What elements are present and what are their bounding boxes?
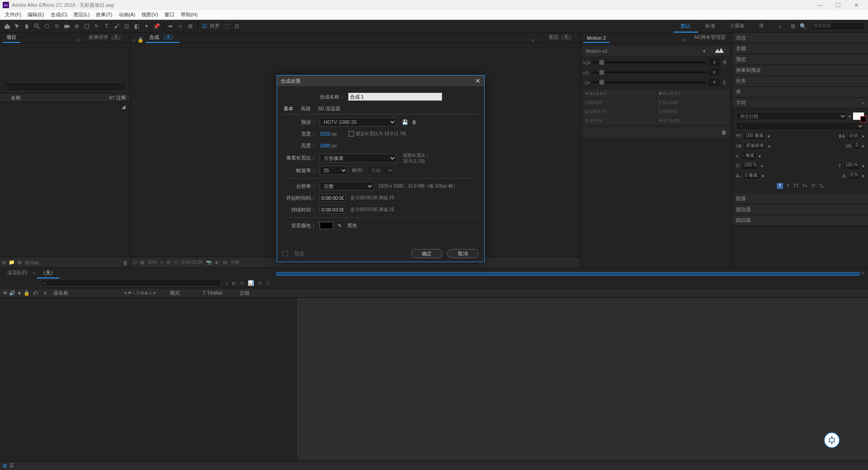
type-tool[interactable]: T: [102, 22, 111, 31]
superscript-button[interactable]: T¹: [811, 183, 815, 188]
font-size[interactable]: 100 像素: [743, 132, 765, 140]
menu-animation[interactable]: 动画(A): [116, 11, 139, 18]
panel-info[interactable]: 信息: [732, 33, 868, 43]
maximize-button[interactable]: ☐: [829, 0, 847, 10]
spin-button[interactable]: ↻ SPIN: [583, 117, 656, 125]
timeline-tracks[interactable]: [297, 298, 868, 461]
panel-paragraph[interactable]: 段落: [732, 193, 868, 204]
width-value[interactable]: 1920: [320, 131, 330, 136]
new-comp-icon[interactable]: ⊞: [18, 259, 22, 265]
brain-icon[interactable]: ☰: [265, 280, 270, 286]
col-note[interactable]: 注释: [116, 94, 126, 101]
tsume[interactable]: 0 %: [848, 172, 860, 180]
trash-icon[interactable]: 🗑: [123, 260, 128, 265]
col-eye-icon[interactable]: 👁: [2, 290, 8, 296]
bpc-button[interactable]: 32 bpc: [24, 260, 39, 265]
viewer-shutter-icon[interactable]: ◐: [215, 260, 219, 265]
fps-select[interactable]: 25: [320, 166, 348, 175]
cancel-button[interactable]: 取消: [447, 249, 479, 258]
col-trkmat[interactable]: T TrkMat: [203, 290, 239, 296]
dialog-tab-basic[interactable]: 基本: [283, 105, 293, 112]
panel-library[interactable]: 库: [732, 87, 868, 98]
orbit-button[interactable]: ◎ ORBIT: [583, 108, 656, 116]
tab-composition[interactable]: 合成 （无）: [146, 33, 179, 43]
tab-script-manager[interactable]: AE脚本管理器: [690, 33, 729, 43]
tab-project[interactable]: 项目: [3, 33, 20, 43]
timeline-search[interactable]: ⌕: [41, 279, 222, 287]
viewer-zoom-icon[interactable]: ⊡: [133, 260, 137, 265]
tab-close-icon[interactable]: ×: [33, 270, 35, 276]
res-select[interactable]: 完整: [320, 182, 374, 191]
snap-checkbox[interactable]: ☑: [200, 22, 209, 31]
tag-icon[interactable]: 🏷: [109, 95, 116, 100]
tracking[interactable]: 0: [853, 142, 860, 150]
menu-help[interactable]: 帮助(H): [178, 11, 201, 18]
font-family-select[interactable]: 华文行楷: [736, 112, 847, 120]
viewer-timecode[interactable]: 0:00:00:00: [181, 260, 203, 265]
start-tc-input[interactable]: [320, 194, 346, 202]
view-axis-icon[interactable]: ⊞: [186, 22, 195, 31]
minimize-button[interactable]: —: [811, 0, 829, 10]
work-area-bar[interactable]: [276, 272, 860, 276]
rope-button[interactable]: ∿ ROPE: [657, 108, 730, 116]
timeline-layers[interactable]: [0, 298, 297, 461]
project-body[interactable]: ◢: [0, 102, 130, 238]
col-solo-icon[interactable]: ●: [16, 290, 23, 296]
interpret-icon[interactable]: ⊟: [2, 259, 6, 265]
motion-menu-icon[interactable]: ≡: [682, 38, 685, 43]
roto-tool[interactable]: ✦: [142, 22, 151, 31]
duration-input[interactable]: [320, 206, 346, 214]
preview-checkbox[interactable]: [283, 251, 288, 256]
clone-tool[interactable]: ⊡: [122, 22, 131, 31]
name-button[interactable]: ✎ NAME: [657, 99, 730, 107]
ok-button[interactable]: 确定: [411, 249, 443, 258]
tab-render-queue[interactable]: 渲染队列: [4, 268, 31, 278]
panel-effects[interactable]: 效果和预设: [732, 65, 868, 76]
workspace-reset-icon[interactable]: ⊞: [788, 22, 797, 31]
italic-button[interactable]: T: [787, 183, 789, 188]
baseline[interactable]: 0 像素: [743, 172, 760, 180]
local-axis-icon[interactable]: ⬌: [166, 22, 175, 31]
menu-layer[interactable]: 图层(L): [71, 11, 93, 18]
null-icon[interactable]: ▯: [723, 80, 729, 85]
blend-button[interactable]: ✦ BLEND: [583, 89, 656, 98]
ease-out-icon[interactable]: ◇›: [583, 80, 590, 85]
vscale[interactable]: 100 %: [742, 162, 759, 170]
menu-window[interactable]: 窗口: [161, 11, 178, 18]
puppet-tool[interactable]: 📌: [152, 22, 161, 31]
close-button[interactable]: ✕: [847, 0, 865, 10]
dialog-tab-advanced[interactable]: 高级: [301, 105, 311, 112]
col-parent[interactable]: 父级: [240, 290, 276, 296]
comp-tab-lock-icon[interactable]: 🔒: [137, 37, 144, 43]
selection-tool[interactable]: [13, 22, 22, 31]
allcaps-button[interactable]: TT: [793, 183, 798, 188]
col-index[interactable]: #: [41, 290, 50, 296]
comp-name-input[interactable]: [348, 93, 442, 101]
tab-motion2[interactable]: Motion 2: [583, 34, 609, 43]
comp-tab-menu-icon[interactable]: ≡: [532, 38, 534, 43]
col-label-icon[interactable]: 🏷: [31, 290, 40, 296]
subscript-button[interactable]: T₁: [819, 183, 824, 188]
preset-select[interactable]: HDTV 1080 25: [320, 118, 396, 127]
pan-behind-tool[interactable]: ⊕: [72, 22, 81, 31]
slider-1[interactable]: [593, 61, 706, 63]
bg-color-swatch[interactable]: [320, 222, 333, 229]
workspace-more-icon[interactable]: »: [771, 24, 788, 29]
anchor-icon[interactable]: ⚲: [723, 60, 729, 66]
panel-align[interactable]: 对齐: [732, 76, 868, 87]
col-name[interactable]: 名称: [4, 94, 109, 101]
ease-diamond-icon[interactable]: ‹◇›: [583, 60, 590, 66]
burst-button[interactable]: ✺ BURST: [657, 89, 730, 98]
menu-edit[interactable]: 编辑(E): [24, 11, 47, 18]
hscale[interactable]: 100 %: [843, 162, 860, 170]
viewer-zoom[interactable]: 50%: [148, 260, 157, 265]
ease-in-icon[interactable]: ‹◇: [583, 70, 590, 75]
eyedropper-icon[interactable]: ✎: [338, 223, 342, 229]
world-axis-icon[interactable]: ⊹: [176, 22, 185, 31]
hand-tool[interactable]: [23, 22, 32, 31]
help-search[interactable]: 搜索帮助: [811, 22, 865, 30]
dialog-close-button[interactable]: ✕: [475, 77, 481, 85]
viewer-snapshot-icon[interactable]: 📷: [206, 260, 212, 265]
frame-blend-icon[interactable]: ◐: [232, 280, 236, 286]
viewer-resolution[interactable]: 完整: [231, 259, 240, 266]
